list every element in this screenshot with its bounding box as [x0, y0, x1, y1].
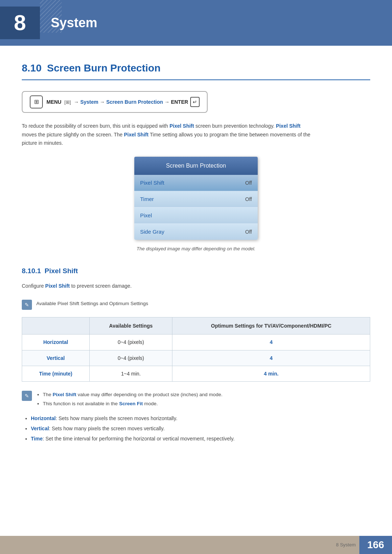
page-header: 8 System [0, 0, 392, 46]
bullet-list: Horizontal: Sets how many pixels the scr… [22, 414, 370, 443]
bullet-horizontal-text: : Sets how many pixels the screen moves … [56, 415, 177, 421]
settings-table: Available Settings Optimum Settings for … [22, 317, 370, 382]
pixel-shift-label: Pixel Shift [140, 178, 164, 187]
configure-text: Configure Pixel Shift to prevent screen … [22, 282, 312, 291]
menu-label: MENU [46, 99, 61, 105]
bullet-horizontal-label: Horizontal [31, 415, 56, 421]
step1: System [80, 99, 98, 105]
row-horizontal-available: 0~4 (pixels) [89, 335, 172, 350]
note-bullet-1: The Pixel Shift value may differ dependi… [43, 391, 222, 399]
table-row: Horizontal 0~4 (pixels) 4 [22, 335, 370, 350]
note-bullets-list: The Pixel Shift value may differ dependi… [36, 391, 222, 409]
ui-menu: Screen Burn Protection Pixel Shift Off T… [134, 157, 258, 240]
footer-section-label: 8 System [336, 541, 356, 549]
menu-item-timer: Timer Off [134, 191, 258, 208]
main-content: 8.10Screen Burn Protection ⊞ MENU [⊞] → … [0, 46, 392, 549]
table-header-available: Available Settings [89, 317, 172, 334]
bullet-horizontal: Horizontal: Sets how many pixels the scr… [31, 414, 370, 422]
bullet-vertical-text: : Sets how many pixels the screen moves … [49, 426, 165, 431]
note-icon: ✎ [22, 300, 32, 310]
menu-item-side-gray: Side Gray Off [134, 224, 258, 240]
row-horizontal-label: Horizontal [22, 335, 90, 350]
menu-icon: ⊞ [30, 95, 43, 108]
pencil-icon: ✎ [25, 301, 29, 309]
row-vertical-optimum: 4 [172, 350, 370, 366]
section-number: 8.10 [22, 62, 42, 74]
chapter-number: 8 [0, 7, 40, 39]
section-title-text: Screen Burn Protection [47, 62, 161, 74]
page-footer: 8 System 166 [0, 536, 392, 554]
bullet-time-label: Time [31, 436, 42, 442]
arrow2: → [100, 99, 106, 105]
table-header-optimum: Optimum Settings for TV/AV/Component/HDM… [172, 317, 370, 334]
enter-label: ENTER [171, 99, 188, 105]
arrow3: → [164, 99, 171, 105]
pixel-shift-value: Off [245, 179, 252, 187]
note-text: Available Pixel Shift Settings and Optim… [36, 300, 148, 308]
bullet-vertical-label: Vertical [31, 426, 49, 431]
header-decoration [40, 0, 62, 33]
row-time-available: 1~4 min. [89, 366, 172, 381]
menu-item-pixel-shift: Pixel Shift Off [134, 175, 258, 191]
ui-menu-header: Screen Burn Protection [134, 157, 258, 175]
arrow1: → [74, 99, 80, 105]
ui-menu-caption: The displayed image may differ depending… [22, 245, 370, 253]
menu-path-box: ⊞ MENU [⊞] → System → Screen Burn Protec… [22, 91, 208, 113]
ui-menu-container: Screen Burn Protection Pixel Shift Off T… [22, 157, 370, 240]
note-box: ✎ Available Pixel Shift Settings and Opt… [22, 300, 370, 310]
row-horizontal-optimum: 4 [172, 335, 370, 350]
step2: Screen Burn Protection [106, 99, 163, 105]
row-time-optimum: 4 min. [172, 366, 370, 381]
bullet-vertical: Vertical: Sets how many pixels the scree… [31, 424, 370, 432]
row-vertical-label: Vertical [22, 350, 90, 366]
row-time-label: Time (minute) [22, 366, 90, 381]
bullet-time-text: : Set the time interval for performing t… [42, 436, 234, 442]
timer-value: Off [245, 195, 252, 203]
menu-path-text: MENU [⊞] → System → Screen Burn Protecti… [46, 97, 200, 107]
note-icon-2: ✎ [22, 391, 32, 401]
pixel-label: Pixel [140, 211, 152, 220]
table-header-empty [22, 317, 90, 334]
subsection-title: 8.10.1Pixel Shift [22, 266, 370, 276]
timer-label: Timer [140, 195, 154, 204]
side-gray-value: Off [245, 228, 252, 236]
row-vertical-available: 0~4 (pixels) [89, 350, 172, 366]
note-bullets-box: ✎ The Pixel Shift value may differ depen… [22, 391, 370, 409]
side-gray-label: Side Gray [140, 227, 164, 236]
subsection-title-text: Pixel Shift [45, 267, 78, 275]
section-title: 8.10Screen Burn Protection [22, 60, 370, 80]
bullet-time: Time: Set the time interval for performi… [31, 435, 370, 443]
note-bullet-2: This function is not available in the Sc… [43, 400, 222, 408]
table-row: Vertical 0~4 (pixels) 4 [22, 350, 370, 366]
menu-item-pixel: Pixel [134, 208, 258, 224]
subsection-number: 8.10.1 [22, 267, 41, 275]
table-row: Time (minute) 1~4 min. 4 min. [22, 366, 370, 381]
description-text: To reduce the possibility of screen burn… [22, 122, 312, 148]
enter-icon: ↵ [190, 97, 200, 107]
pencil-icon-2: ✎ [25, 392, 29, 400]
footer-page-number: 166 [359, 536, 392, 554]
